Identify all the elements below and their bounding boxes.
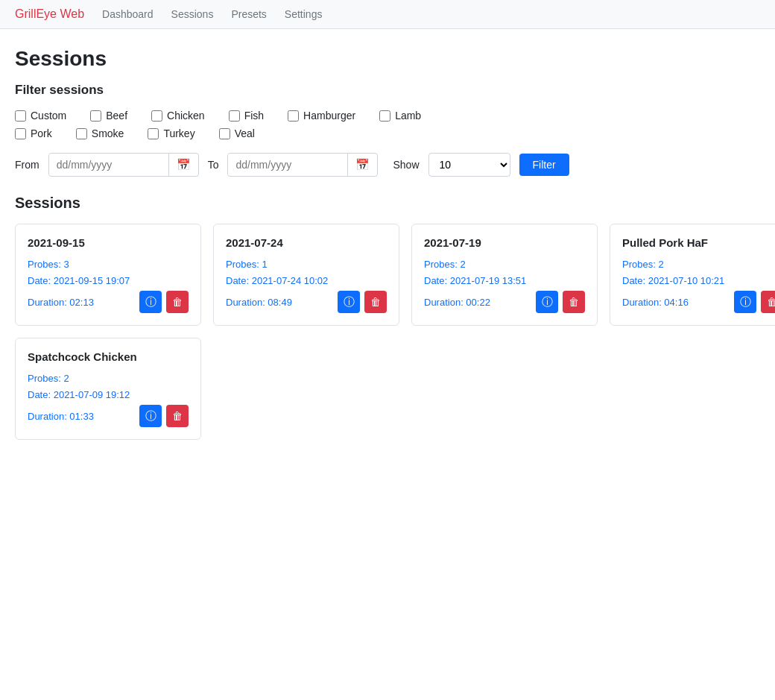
checkbox-beef-input[interactable]	[90, 110, 101, 122]
checkbox-row-2: Pork Smoke Turkey Veal	[15, 127, 760, 139]
page-title: Sessions	[15, 47, 760, 71]
session-probes-3: Probes: 2	[622, 256, 775, 273]
checkbox-custom-label: Custom	[31, 110, 66, 122]
session-card-4: Spatchcock Chicken Probes: 2 Date: 2021-…	[15, 338, 201, 440]
delete-button-4[interactable]: 🗑	[166, 405, 189, 427]
checkbox-fish-label: Fish	[244, 110, 264, 122]
session-date-4: Date: 2021-07-09 19:12	[28, 387, 189, 403]
filter-section: Filter sessions Custom Beef Chicken Fish	[15, 83, 760, 177]
card-actions-4: ⓘ 🗑	[139, 405, 189, 427]
checkbox-hamburger[interactable]: Hamburger	[288, 110, 355, 122]
session-footer-4: Duration: 01:33 ⓘ 🗑	[28, 405, 189, 427]
checkbox-row-1: Custom Beef Chicken Fish Hamburger Lamb	[15, 110, 760, 122]
sessions-grid: 2021-09-15 Probes: 3 Date: 2021-09-15 19…	[15, 224, 760, 440]
session-footer-3: Duration: 04:16 ⓘ 🗑	[622, 291, 775, 313]
checkbox-pork[interactable]: Pork	[15, 127, 52, 139]
session-duration-2: Duration: 00:22	[424, 297, 490, 308]
checkbox-veal[interactable]: Veal	[219, 127, 255, 139]
checkbox-lamb[interactable]: Lamb	[379, 110, 421, 122]
delete-button-2[interactable]: 🗑	[563, 291, 585, 313]
session-probes-4: Probes: 2	[28, 371, 189, 387]
info-button-1[interactable]: ⓘ	[338, 291, 360, 313]
session-footer-1: Duration: 08:49 ⓘ 🗑	[226, 291, 387, 313]
session-probes-0: Probes: 3	[28, 256, 189, 273]
checkbox-lamb-input[interactable]	[379, 110, 390, 122]
session-title-3: Pulled Pork HaF	[622, 236, 775, 249]
checkbox-veal-label: Veal	[235, 127, 255, 139]
nav-dashboard[interactable]: Dashboard	[102, 8, 154, 20]
card-actions-1: ⓘ 🗑	[338, 291, 387, 313]
checkbox-fish-input[interactable]	[229, 110, 240, 122]
checkbox-hamburger-input[interactable]	[288, 110, 299, 122]
checkbox-chicken[interactable]: Chicken	[151, 110, 205, 122]
checkbox-smoke-label: Smoke	[92, 127, 124, 139]
session-card-0: 2021-09-15 Probes: 3 Date: 2021-09-15 19…	[15, 224, 201, 326]
session-card-1: 2021-07-24 Probes: 1 Date: 2021-07-24 10…	[213, 224, 399, 326]
to-calendar-icon[interactable]: 📅	[347, 154, 377, 176]
from-date-wrap: 📅	[48, 153, 199, 177]
session-title-0: 2021-09-15	[28, 236, 189, 249]
card-actions-3: ⓘ 🗑	[734, 291, 775, 313]
from-calendar-icon[interactable]: 📅	[168, 154, 198, 176]
session-probes-2: Probes: 2	[424, 256, 585, 273]
nav-sessions[interactable]: Sessions	[171, 8, 214, 20]
info-button-3[interactable]: ⓘ	[734, 291, 756, 313]
session-date-2: Date: 2021-07-19 13:51	[424, 273, 585, 289]
delete-button-0[interactable]: 🗑	[166, 291, 189, 313]
brand-eye: Eye	[36, 7, 57, 20]
checkbox-hamburger-label: Hamburger	[303, 110, 355, 122]
from-label: From	[15, 159, 39, 171]
show-label: Show	[393, 159, 419, 171]
brand-logo: GrillEye Web	[15, 7, 84, 21]
checkbox-pork-input[interactable]	[15, 128, 26, 139]
checkbox-veal-input[interactable]	[219, 128, 230, 139]
info-button-2[interactable]: ⓘ	[536, 291, 558, 313]
brand-web: Web	[57, 7, 84, 20]
checkbox-fish[interactable]: Fish	[229, 110, 264, 122]
session-footer-0: Duration: 02:13 ⓘ 🗑	[28, 291, 189, 313]
session-title-2: 2021-07-19	[424, 236, 585, 249]
card-actions-0: ⓘ 🗑	[139, 291, 189, 313]
to-date-input[interactable]	[228, 154, 347, 175]
main-content: Sessions Filter sessions Custom Beef Chi…	[0, 29, 775, 458]
checkbox-turkey-input[interactable]	[148, 128, 159, 139]
session-probes-1: Probes: 1	[226, 256, 387, 273]
session-duration-1: Duration: 08:49	[226, 297, 292, 308]
checkbox-smoke-input[interactable]	[76, 128, 87, 139]
session-title-4: Spatchcock Chicken	[28, 350, 189, 363]
info-button-4[interactable]: ⓘ	[139, 405, 162, 427]
nav-presets[interactable]: Presets	[231, 8, 266, 20]
delete-button-3[interactable]: 🗑	[761, 291, 775, 313]
checkbox-custom[interactable]: Custom	[15, 110, 66, 122]
navbar: GrillEye Web Dashboard Sessions Presets …	[0, 0, 775, 29]
session-duration-0: Duration: 02:13	[28, 297, 94, 308]
filter-button[interactable]: Filter	[519, 154, 569, 176]
session-card-2: 2021-07-19 Probes: 2 Date: 2021-07-19 13…	[411, 224, 598, 326]
checkbox-turkey[interactable]: Turkey	[148, 127, 194, 139]
checkbox-pork-label: Pork	[31, 127, 52, 139]
sessions-heading: Sessions	[15, 195, 760, 212]
checkbox-beef[interactable]: Beef	[90, 110, 127, 122]
session-date-3: Date: 2021-07-10 10:21	[622, 273, 775, 289]
session-title-1: 2021-07-24	[226, 236, 387, 249]
checkbox-beef-label: Beef	[106, 110, 127, 122]
show-select[interactable]: 10 25 50 100	[428, 153, 510, 177]
to-date-wrap: 📅	[227, 153, 378, 177]
from-date-input[interactable]	[49, 154, 168, 175]
session-duration-3: Duration: 04:16	[622, 297, 689, 308]
info-button-0[interactable]: ⓘ	[139, 291, 162, 313]
session-date-1: Date: 2021-07-24 10:02	[226, 273, 387, 289]
checkbox-turkey-label: Turkey	[163, 127, 194, 139]
checkbox-chicken-input[interactable]	[151, 110, 162, 122]
session-date-0: Date: 2021-09-15 19:07	[28, 273, 189, 289]
delete-button-1[interactable]: 🗑	[364, 291, 387, 313]
checkbox-lamb-label: Lamb	[395, 110, 421, 122]
checkbox-smoke[interactable]: Smoke	[76, 127, 124, 139]
checkbox-custom-input[interactable]	[15, 110, 26, 122]
card-actions-2: ⓘ 🗑	[536, 291, 585, 313]
sessions-section: Sessions 2021-09-15 Probes: 3 Date: 2021…	[15, 195, 760, 440]
to-label: To	[208, 159, 219, 171]
nav-settings[interactable]: Settings	[285, 8, 323, 20]
session-duration-4: Duration: 01:33	[28, 411, 94, 422]
brand-grill: Grill	[15, 7, 36, 20]
